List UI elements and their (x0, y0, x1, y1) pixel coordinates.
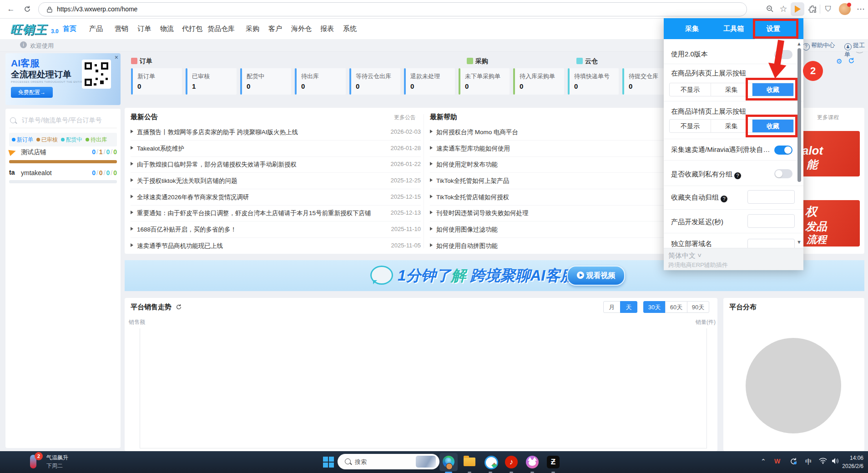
shop-row-test[interactable]: 测试店铺 0/1/0/0 (9, 146, 117, 158)
app-version: 3.0 (51, 28, 59, 35)
nav-item-logistics[interactable]: 物流 (160, 18, 174, 39)
extensions-puzzle-icon[interactable] (807, 4, 818, 15)
nav-item-warehouse[interactable]: 货品仓库 (207, 18, 235, 39)
stats-settings-gear-icon[interactable]: ⚙ (836, 57, 842, 65)
more-courses-link[interactable]: 更多课程 (817, 114, 839, 121)
order-search[interactable] (9, 116, 117, 128)
toggle-private-group[interactable] (774, 169, 792, 178)
range-month-button[interactable]: 月 (603, 301, 621, 313)
announcement-item[interactable]: 重要通知：由于虾皮平台接口调整，虾皮台湾本土店铺请于本月15号前重新授权下店铺2… (131, 205, 421, 221)
distribution-title: 平台分布 (729, 303, 757, 312)
active-extension-icon[interactable] (791, 2, 804, 16)
announcement-item[interactable]: 1688百亿补贴开启，买的多省的多！2025-11-10 (131, 221, 421, 238)
nav-item-home[interactable]: 首页 (63, 18, 76, 39)
submit-ticket-link[interactable]: ♟提工单 (844, 41, 868, 59)
taskbar-search[interactable]: 搜索 (338, 454, 439, 469)
scroll-up-icon[interactable]: ▲ (797, 41, 802, 46)
tray-volume-icon[interactable] (832, 458, 839, 466)
scroll-down-icon[interactable]: ▼ (797, 239, 802, 245)
tray-ime-indicator[interactable]: 中 (805, 458, 812, 466)
chart-refresh-icon[interactable] (176, 304, 182, 310)
range-60d-button[interactable]: 60天 (665, 301, 687, 313)
language-selector[interactable]: 简体中文 ˅ (668, 252, 701, 260)
range-90d-button[interactable]: 90天 (687, 301, 709, 313)
stat-card-inbound-po[interactable]: 待入库采购单0 (513, 68, 564, 95)
taskbar-app-capcut[interactable]: Ƶ (544, 453, 562, 471)
address-bar[interactable]: https://v3.wxwerp.com/home (38, 2, 747, 16)
nav-item-overseas[interactable]: 海外仓 (291, 18, 312, 39)
stat-card-picking[interactable]: 配货中0 (240, 68, 291, 95)
nav-item-system[interactable]: 系统 (343, 18, 357, 39)
favorites-bar-icon[interactable]: ⛉ (823, 4, 833, 15)
panel-tab-collect[interactable]: 采集 (685, 18, 699, 39)
more-announcements-link[interactable]: 更多公告 (394, 114, 416, 121)
stat-card-not-ordered-po[interactable]: 未下单采购单0 (459, 68, 510, 95)
panel-scrollbar-thumb[interactable] (797, 48, 801, 182)
announcement-item[interactable]: Takealot系统维护2026-01-28 (131, 140, 421, 157)
taskbar-clock[interactable]: 14:06 2026/2/6 (842, 454, 863, 470)
browser-profile-avatar[interactable] (839, 3, 851, 15)
range-day-button[interactable]: 天 (620, 301, 637, 313)
announcement-item[interactable]: 由于敦煌接口临时异常，部分店铺授权失效请手动刷新授权2026-01-22 (131, 156, 421, 173)
time-text: 14:06 (842, 454, 863, 462)
nav-item-marketing[interactable]: 营销 (115, 18, 128, 39)
nav-item-packing[interactable]: 代打包 (182, 18, 202, 39)
help-question-icon[interactable]: ? (734, 172, 741, 179)
stats-refresh-icon[interactable] (848, 57, 855, 65)
nav-item-reports[interactable]: 报表 (320, 18, 334, 39)
browser-menu-icon[interactable]: ⋯ (855, 4, 866, 15)
announcement-item[interactable]: 速卖通季节品商机功能现已上线2025-11-05 (131, 237, 421, 254)
nav-item-products[interactable]: 产品 (89, 18, 103, 39)
help-question-icon[interactable]: ? (721, 196, 727, 202)
watch-video-button[interactable]: 观看视频 (567, 266, 625, 286)
dev-delay-input[interactable] (747, 214, 795, 228)
refresh-icon[interactable] (22, 4, 33, 15)
announcement-item[interactable]: 直播预告丨敦煌网等多店卖家的助手 跨境聚聊AI版火热上线2026-02-03 (131, 124, 421, 141)
column-divider (424, 114, 424, 248)
stat-card-tracking-number[interactable]: 待填快递单号0 (568, 68, 619, 95)
option-hide[interactable]: 不显示 (670, 120, 711, 132)
setting-label-version: 使用2.0版本 (671, 50, 708, 59)
question-icon: ? (802, 43, 810, 50)
stat-card-refunds[interactable]: 退款未处理0 (404, 68, 455, 95)
taskbar-app-explorer[interactable] (460, 453, 479, 471)
tray-sync-icon[interactable] (790, 458, 797, 467)
free-config-button[interactable]: 免费配置→ (11, 87, 53, 98)
weather-subtitle: 下周二 (46, 462, 63, 470)
qr-code (82, 60, 111, 89)
tray-expand-icon[interactable]: ⌃ (761, 458, 766, 465)
ai-service-banner[interactable]: AI客服 全流程处理订单 PROCESSES ORDERS THROUGHOUT… (5, 53, 121, 105)
range-30d-button[interactable]: 30天 (643, 301, 666, 313)
announcement-item[interactable]: 全球速卖通2026年春节商家发货情况调研2025-12-15 (131, 189, 421, 206)
shop-row-ymtakealot[interactable]: ta ymtakealot 0/0/0/0 (9, 167, 117, 179)
zoom-out-icon[interactable] (764, 4, 775, 15)
toggle-auto-slider[interactable] (774, 146, 792, 155)
stat-card-audited[interactable]: 已审核1 (186, 68, 237, 95)
help-center-link[interactable]: ?帮助中心 (802, 41, 835, 50)
back-icon[interactable]: ← (5, 4, 16, 15)
panel-tab-toolbox[interactable]: 工具箱 (723, 18, 744, 39)
weather-title[interactable]: 气温飙升 (46, 454, 68, 462)
start-button[interactable] (323, 457, 334, 468)
taskbar-app-edge[interactable] (439, 453, 458, 471)
stat-card-to-ship[interactable]: 待出库0 (295, 68, 346, 95)
order-search-input[interactable] (21, 116, 116, 124)
taskbar-app-music[interactable]: ♪ (502, 453, 520, 471)
stat-card-new-orders[interactable]: 新订单0 (131, 68, 182, 95)
edge-profile-dot (446, 463, 453, 470)
nav-item-orders[interactable]: 订单 (137, 18, 151, 39)
announcement-item[interactable]: 关于授权tiktok无法关联到店铺的问题2025-12-25 (131, 172, 421, 189)
bookmark-star-icon[interactable]: ☆ (778, 4, 789, 15)
setting-label-detail-page: 在商品详情页上展示按钮 (671, 107, 746, 116)
tray-wifi-icon[interactable] (819, 458, 827, 465)
banner-close-icon[interactable]: × (115, 54, 118, 61)
nav-item-customers[interactable]: 客户 (268, 18, 282, 39)
stat-card-cloud-outbound[interactable]: 等待云仓出库0 (349, 68, 400, 95)
tray-wps-icon[interactable]: W (774, 458, 780, 465)
nav-item-purchase[interactable]: 采购 (246, 18, 259, 39)
setting-label-slider: 采集速卖通/Miravia遇到滑块自动滑... (671, 146, 773, 154)
auto-group-input[interactable] (747, 190, 795, 204)
option-hide[interactable]: 不显示 (670, 83, 711, 96)
taskbar-app-cat[interactable] (523, 453, 541, 471)
taskbar-app-chat[interactable] (481, 453, 500, 471)
